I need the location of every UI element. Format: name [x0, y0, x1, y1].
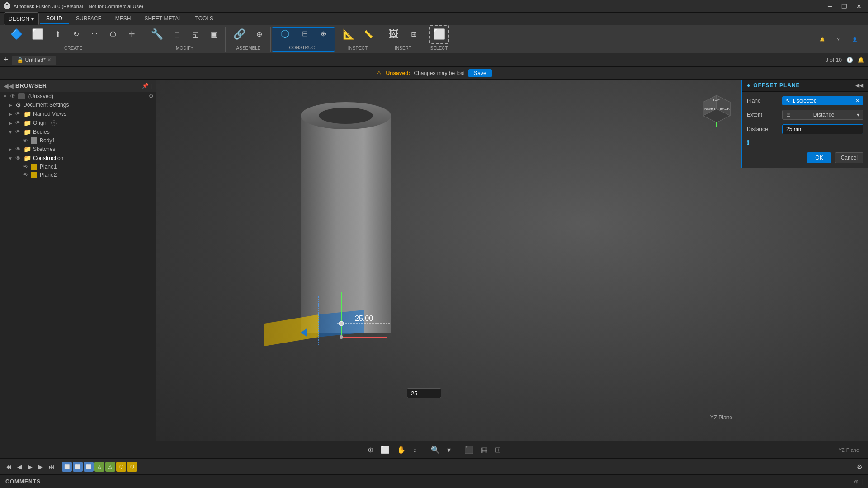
tree-body1[interactable]: 👁 Body1 — [0, 136, 156, 145]
tree-plane1[interactable]: 👁 Plane1 — [0, 163, 156, 171]
tree-bodies[interactable]: ▼ 👁 📁 Bodies — [0, 127, 156, 136]
timeline-settings-button[interactable]: ⚙ — [855, 462, 864, 471]
tree-named-views[interactable]: ▶ 👁 📁 Named Views — [0, 109, 156, 118]
pan-button[interactable]: ✋ — [395, 444, 408, 455]
file-tab[interactable]: 🔒 Untitled* ✕ — [12, 56, 56, 65]
timeline-item-4[interactable]: △ — [94, 462, 104, 472]
revolve-btn[interactable]: ↻ — [67, 25, 85, 44]
root-eye-icon[interactable]: 👁 — [10, 93, 15, 99]
maximize-button[interactable]: ❐ — [839, 2, 850, 11]
construct-3-btn[interactable]: ⊕ — [315, 24, 332, 43]
timeline-item-7[interactable]: ⬡ — [127, 462, 137, 472]
comments-collapse-icon[interactable]: | — [861, 479, 863, 485]
assemble-btn[interactable]: 🔗 — [229, 25, 249, 44]
timeline-item-5[interactable]: △ — [105, 462, 115, 472]
comments-add-icon[interactable]: ⊕ — [854, 479, 859, 485]
panel-collapse-button[interactable]: ◀◀ — [855, 82, 863, 89]
environment-button[interactable]: ⊞ — [493, 444, 503, 455]
bodies-eye-icon[interactable]: 👁 — [15, 129, 21, 135]
new-body-btn[interactable]: ⬜ — [28, 25, 47, 44]
doc-settings-label: Document Settings — [23, 102, 69, 108]
named-views-eye-icon[interactable]: 👁 — [15, 111, 21, 117]
construct-label: CONSTRUCT — [289, 45, 318, 50]
extent-select[interactable]: ⊟ Distance ▾ — [782, 110, 863, 120]
timeline-next-button[interactable]: ▶ — [36, 462, 45, 471]
sketches-eye-icon[interactable]: 👁 — [15, 146, 21, 152]
tab-close-icon[interactable]: ✕ — [47, 57, 51, 62]
tree-doc-settings[interactable]: ▶ ⚙ Document Settings — [0, 100, 156, 109]
plane2-eye-icon[interactable]: 👁 — [23, 172, 28, 178]
modify-2-btn[interactable]: ◻ — [168, 25, 185, 44]
viewport-area[interactable]: 25.00 ⋮ — [156, 80, 868, 441]
body1-eye-icon[interactable]: 👁 — [23, 137, 28, 144]
loft-btn[interactable]: ⬡ — [104, 25, 122, 44]
tree-root-item[interactable]: ▼ 👁 □ (Unsaved) ⚙ — [0, 92, 156, 100]
select-btn[interactable]: ⬜ — [429, 25, 449, 44]
timeline-item-1[interactable]: ⬜ — [62, 462, 72, 472]
dimension-menu-icon[interactable]: ⋮ — [431, 389, 437, 397]
measure-btn[interactable]: 📏 — [360, 25, 377, 44]
construction-eye-icon[interactable]: 👁 — [15, 155, 21, 161]
help-btn[interactable]: ? — [832, 33, 844, 46]
move-btn[interactable]: ✛ — [123, 25, 140, 44]
distance-input[interactable] — [782, 124, 863, 134]
tab-solid[interactable]: SOLID — [40, 14, 69, 24]
tab-sheet-metal[interactable]: SHEET METAL — [138, 14, 188, 24]
plane1-eye-icon[interactable]: 👁 — [23, 164, 28, 170]
zoom-button[interactable]: ↕ — [411, 445, 419, 455]
modify-4-btn[interactable]: ▣ — [205, 25, 222, 44]
tree-plane2[interactable]: 👁 Plane2 — [0, 171, 156, 179]
save-button[interactable]: Save — [468, 69, 491, 77]
tab-tools[interactable]: TOOLS — [189, 14, 220, 24]
create-component-btn[interactable]: 🔷 — [6, 25, 26, 44]
timeline-item-3[interactable]: ⬜ — [84, 462, 94, 472]
grid-button[interactable]: ▦ — [479, 444, 490, 455]
notification-btn[interactable]: 🔔 — [816, 33, 828, 46]
tab-surface[interactable]: SURFACE — [70, 14, 108, 24]
close-button[interactable]: ✕ — [854, 2, 864, 11]
grid-snap-button[interactable]: ⊕ — [365, 444, 376, 455]
construct-2-btn[interactable]: ⊟ — [296, 24, 313, 43]
dimension-value-input[interactable] — [411, 390, 429, 397]
component-icon: 🔷 — [10, 29, 23, 39]
construct-main-btn[interactable]: ⬡ — [275, 24, 295, 43]
minimize-button[interactable]: ─ — [825, 2, 835, 11]
timeline-item-2[interactable]: ⬜ — [73, 462, 83, 472]
tree-construction[interactable]: ▼ 👁 📁 Construction — [0, 154, 156, 163]
browser-collapse-icon[interactable]: ◀◀ — [4, 82, 14, 89]
plane-clear-button[interactable]: ✕ — [855, 98, 860, 104]
tree-origin[interactable]: ▶ 👁 📁 Origin ○ — [0, 118, 156, 127]
zoom-window-button[interactable]: 🔍 — [429, 444, 442, 455]
user-btn[interactable]: 👤 — [848, 33, 861, 46]
insert-2-btn[interactable]: ⊞ — [405, 25, 422, 44]
origin-label: Origin — [33, 120, 47, 126]
new-tab-button[interactable]: + — [4, 55, 9, 65]
timeline-last-button[interactable]: ⏭ — [47, 462, 57, 471]
tree-sketches[interactable]: ▶ 👁 📁 Sketches — [0, 145, 156, 154]
sweep-btn[interactable]: 〰 — [86, 25, 103, 44]
modify-3-btn[interactable]: ◱ — [187, 25, 204, 44]
timeline-first-button[interactable]: ⏮ — [4, 462, 14, 471]
design-dropdown[interactable]: DESIGN ▾ — [4, 12, 39, 26]
browser-pin-icon[interactable]: 📌 — [142, 83, 149, 89]
modify-main-btn[interactable]: 🔧 — [147, 25, 167, 44]
nav-cube[interactable]: TOP RIGHT BACK — [696, 89, 737, 129]
cancel-button[interactable]: Cancel — [835, 152, 863, 163]
tab-mesh[interactable]: MESH — [109, 14, 137, 24]
ok-button[interactable]: OK — [807, 152, 831, 163]
inspect-btn[interactable]: 📐 — [339, 25, 359, 44]
origin-folder-icon: 📁 — [24, 119, 31, 127]
timeline-prev-button[interactable]: ◀ — [15, 462, 24, 471]
insert-btn[interactable]: 🖼 — [384, 25, 404, 44]
joint-btn[interactable]: ⊕ — [250, 25, 268, 44]
orbit-button[interactable]: ⬜ — [378, 444, 392, 455]
browser-expand-icon[interactable]: | — [151, 83, 152, 89]
view-cube-button[interactable]: ⬛ — [462, 444, 476, 455]
bodies-chevron-icon: ▼ — [7, 130, 14, 135]
origin-eye-icon[interactable]: 👁 — [15, 120, 21, 126]
extrude-btn[interactable]: ⬆ — [49, 25, 66, 44]
timeline-play-button[interactable]: ▶ — [26, 462, 34, 471]
timeline-item-6[interactable]: ⬡ — [116, 462, 126, 472]
settings-icon[interactable]: ⚙ — [149, 93, 154, 99]
display-mode-button[interactable]: ▾ — [445, 444, 453, 455]
